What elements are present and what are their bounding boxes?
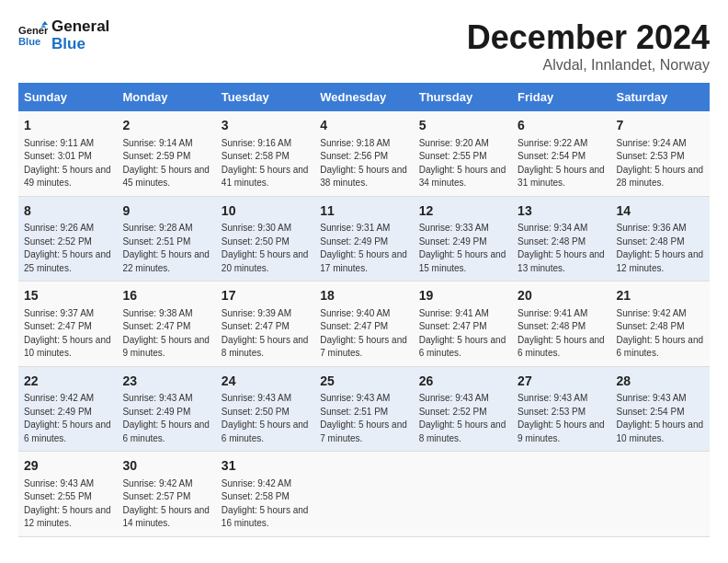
day-number: 3: [222, 117, 309, 135]
cell-info: Sunrise: 9:22 AMSunset: 2:54 PMDaylight:…: [518, 137, 605, 190]
calendar-cell: 17Sunrise: 9:39 AMSunset: 2:47 PMDayligh…: [216, 282, 314, 367]
day-number: 18: [320, 287, 407, 305]
day-number: 26: [419, 373, 506, 391]
svg-text:Blue: Blue: [18, 35, 40, 46]
calendar-cell: 30Sunrise: 9:42 AMSunset: 2:57 PMDayligh…: [117, 452, 215, 537]
day-number: 17: [222, 287, 309, 305]
calendar-cell: 26Sunrise: 9:43 AMSunset: 2:52 PMDayligh…: [414, 366, 512, 452]
cell-info: Sunrise: 9:30 AMSunset: 2:50 PMDaylight:…: [222, 222, 309, 275]
cell-info: Sunrise: 9:43 AMSunset: 2:53 PMDaylight:…: [518, 392, 605, 445]
cell-info: Sunrise: 9:20 AMSunset: 2:55 PMDaylight:…: [419, 137, 506, 190]
calendar-cell: 13Sunrise: 9:34 AMSunset: 2:48 PMDayligh…: [512, 196, 610, 282]
calendar-cell: 28Sunrise: 9:43 AMSunset: 2:54 PMDayligh…: [611, 366, 710, 452]
calendar-cell: [611, 452, 710, 537]
calendar-cell: 21Sunrise: 9:42 AMSunset: 2:48 PMDayligh…: [611, 282, 710, 367]
cell-info: Sunrise: 9:14 AMSunset: 2:59 PMDaylight:…: [122, 137, 210, 190]
calendar-cell: 29Sunrise: 9:43 AMSunset: 2:55 PMDayligh…: [18, 452, 117, 537]
cell-info: Sunrise: 9:43 AMSunset: 2:54 PMDaylight:…: [617, 392, 704, 445]
cell-info: Sunrise: 9:26 AMSunset: 2:52 PMDaylight:…: [24, 222, 111, 275]
calendar-cell: 7Sunrise: 9:24 AMSunset: 2:53 PMDaylight…: [611, 111, 710, 196]
day-number: 28: [617, 373, 704, 391]
column-header-sunday: Sunday: [18, 83, 117, 111]
calendar-cell: 10Sunrise: 9:30 AMSunset: 2:50 PMDayligh…: [216, 196, 314, 282]
location-title: Alvdal, Innlandet, Norway: [467, 57, 710, 74]
calendar-week-row: 29Sunrise: 9:43 AMSunset: 2:55 PMDayligh…: [18, 452, 710, 537]
day-number: 21: [617, 287, 704, 305]
month-title: December 2024: [467, 18, 710, 57]
column-header-saturday: Saturday: [611, 83, 710, 111]
calendar-cell: 6Sunrise: 9:22 AMSunset: 2:54 PMDaylight…: [512, 111, 610, 196]
calendar-cell: 18Sunrise: 9:40 AMSunset: 2:47 PMDayligh…: [314, 282, 413, 367]
day-number: 25: [320, 373, 407, 391]
logo-general: General: [51, 18, 109, 36]
page-header: General Blue General Blue December 2024 …: [18, 18, 710, 74]
column-header-friday: Friday: [512, 83, 610, 111]
calendar-header-row: SundayMondayTuesdayWednesdayThursdayFrid…: [18, 83, 710, 111]
cell-info: Sunrise: 9:38 AMSunset: 2:47 PMDaylight:…: [122, 307, 210, 361]
cell-info: Sunrise: 9:16 AMSunset: 2:58 PMDaylight:…: [222, 137, 309, 190]
cell-info: Sunrise: 9:41 AMSunset: 2:47 PMDaylight:…: [419, 307, 506, 361]
calendar-cell: 2Sunrise: 9:14 AMSunset: 2:59 PMDaylight…: [117, 111, 215, 196]
day-number: 6: [518, 117, 605, 135]
cell-info: Sunrise: 9:39 AMSunset: 2:47 PMDaylight:…: [222, 307, 309, 361]
calendar-cell: 19Sunrise: 9:41 AMSunset: 2:47 PMDayligh…: [414, 282, 512, 367]
logo-icon: General Blue: [18, 21, 48, 51]
svg-marker-2: [42, 21, 48, 25]
day-number: 5: [419, 117, 506, 135]
cell-info: Sunrise: 9:31 AMSunset: 2:49 PMDaylight:…: [320, 222, 407, 275]
calendar-week-row: 1Sunrise: 9:11 AMSunset: 3:01 PMDaylight…: [18, 111, 710, 196]
cell-info: Sunrise: 9:42 AMSunset: 2:58 PMDaylight:…: [222, 477, 309, 531]
cell-info: Sunrise: 9:18 AMSunset: 2:56 PMDaylight:…: [320, 137, 407, 190]
day-number: 29: [24, 457, 111, 476]
title-area: December 2024 Alvdal, Innlandet, Norway: [467, 18, 710, 74]
day-number: 10: [222, 202, 309, 221]
day-number: 8: [24, 202, 111, 221]
cell-info: Sunrise: 9:43 AMSunset: 2:55 PMDaylight:…: [24, 477, 111, 531]
cell-info: Sunrise: 9:40 AMSunset: 2:47 PMDaylight:…: [320, 307, 407, 361]
day-number: 15: [24, 287, 111, 305]
cell-info: Sunrise: 9:28 AMSunset: 2:51 PMDaylight:…: [122, 222, 210, 275]
cell-info: Sunrise: 9:42 AMSunset: 2:57 PMDaylight:…: [122, 477, 210, 531]
day-number: 13: [518, 202, 605, 221]
calendar-cell: 3Sunrise: 9:16 AMSunset: 2:58 PMDaylight…: [216, 111, 314, 196]
calendar-cell: 4Sunrise: 9:18 AMSunset: 2:56 PMDaylight…: [314, 111, 413, 196]
day-number: 16: [122, 287, 210, 305]
day-number: 11: [320, 202, 407, 221]
day-number: 1: [24, 117, 111, 135]
cell-info: Sunrise: 9:24 AMSunset: 2:53 PMDaylight:…: [617, 137, 704, 190]
cell-info: Sunrise: 9:42 AMSunset: 2:49 PMDaylight:…: [24, 392, 111, 445]
day-number: 12: [419, 202, 506, 221]
day-number: 2: [122, 117, 210, 135]
calendar-cell: 23Sunrise: 9:43 AMSunset: 2:49 PMDayligh…: [117, 366, 215, 452]
calendar-cell: 15Sunrise: 9:37 AMSunset: 2:47 PMDayligh…: [18, 282, 117, 367]
day-number: 31: [222, 457, 309, 476]
day-number: 9: [122, 202, 210, 221]
column-header-wednesday: Wednesday: [314, 83, 413, 111]
logo: General Blue General Blue: [18, 18, 109, 52]
calendar-cell: 14Sunrise: 9:36 AMSunset: 2:48 PMDayligh…: [611, 196, 710, 282]
calendar-cell: 22Sunrise: 9:42 AMSunset: 2:49 PMDayligh…: [18, 366, 117, 452]
calendar-cell: 16Sunrise: 9:38 AMSunset: 2:47 PMDayligh…: [117, 282, 215, 367]
calendar-week-row: 22Sunrise: 9:42 AMSunset: 2:49 PMDayligh…: [18, 366, 710, 452]
calendar-cell: 24Sunrise: 9:43 AMSunset: 2:50 PMDayligh…: [216, 366, 314, 452]
cell-info: Sunrise: 9:33 AMSunset: 2:49 PMDaylight:…: [419, 222, 506, 275]
cell-info: Sunrise: 9:11 AMSunset: 3:01 PMDaylight:…: [24, 137, 111, 190]
cell-info: Sunrise: 9:36 AMSunset: 2:48 PMDaylight:…: [617, 222, 704, 275]
calendar-cell: 5Sunrise: 9:20 AMSunset: 2:55 PMDaylight…: [414, 111, 512, 196]
calendar-cell: [314, 452, 413, 537]
day-number: 27: [518, 373, 605, 391]
cell-info: Sunrise: 9:37 AMSunset: 2:47 PMDaylight:…: [24, 307, 111, 361]
cell-info: Sunrise: 9:34 AMSunset: 2:48 PMDaylight:…: [518, 222, 605, 275]
cell-info: Sunrise: 9:43 AMSunset: 2:51 PMDaylight:…: [320, 392, 407, 445]
calendar-table: SundayMondayTuesdayWednesdayThursdayFrid…: [18, 83, 710, 537]
calendar-cell: [414, 452, 512, 537]
calendar-cell: 11Sunrise: 9:31 AMSunset: 2:49 PMDayligh…: [314, 196, 413, 282]
logo-blue: Blue: [51, 36, 109, 53]
day-number: 23: [122, 373, 210, 391]
calendar-cell: 25Sunrise: 9:43 AMSunset: 2:51 PMDayligh…: [314, 366, 413, 452]
calendar-week-row: 15Sunrise: 9:37 AMSunset: 2:47 PMDayligh…: [18, 282, 710, 367]
day-number: 24: [222, 373, 309, 391]
day-number: 14: [617, 202, 704, 221]
calendar-week-row: 8Sunrise: 9:26 AMSunset: 2:52 PMDaylight…: [18, 196, 710, 282]
calendar-cell: 9Sunrise: 9:28 AMSunset: 2:51 PMDaylight…: [117, 196, 215, 282]
